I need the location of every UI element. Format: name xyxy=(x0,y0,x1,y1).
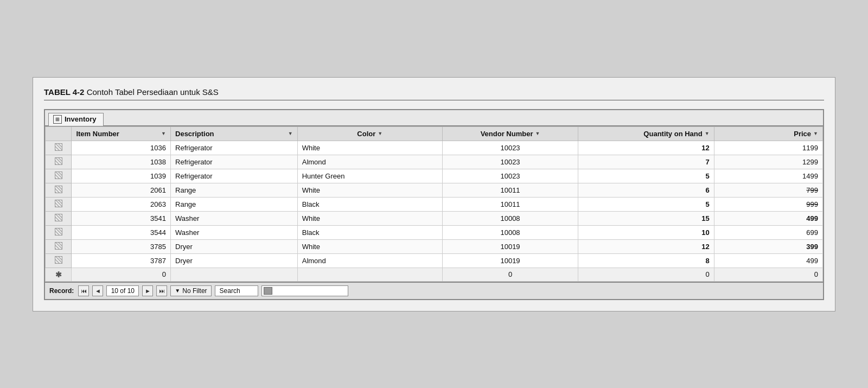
table-container: Item Number ▼ Description ▼ xyxy=(45,126,823,282)
col-vendor-number[interactable]: Vendor Number ▼ xyxy=(442,126,578,141)
row-selector-header xyxy=(46,126,72,141)
price-cell: 799 xyxy=(714,183,822,197)
table-row[interactable]: 2061RangeWhite100116799 xyxy=(46,183,823,197)
item-number-cell: 1039 xyxy=(72,169,171,183)
col-color-arrow[interactable]: ▼ xyxy=(378,131,382,136)
price-cell: 1499 xyxy=(714,169,822,183)
description-cell: Refrigerator xyxy=(171,141,298,155)
qty-cell: 12 xyxy=(578,239,714,253)
table-row[interactable]: 3544WasherBlack1000810699 xyxy=(46,225,823,239)
col-qty-label: Quantity on Hand xyxy=(643,130,702,138)
tab-label: Inventory xyxy=(65,115,97,123)
row-selector-cell xyxy=(46,169,72,183)
qty-cell: 7 xyxy=(578,155,714,169)
description-cell: Washer xyxy=(171,225,298,239)
new-qty-cell[interactable]: 0 xyxy=(578,268,714,281)
price-cell: 399 xyxy=(714,239,822,253)
col-color[interactable]: Color ▼ xyxy=(297,126,442,141)
table-row[interactable]: 3787DryerAlmond100198499 xyxy=(46,253,823,268)
item-number-cell: 3541 xyxy=(72,211,171,225)
tabel-label: TABEL 4-2 xyxy=(44,87,84,97)
qty-cell: 12 xyxy=(578,141,714,155)
nav-next-btn[interactable]: ► xyxy=(142,285,153,296)
new-color-cell[interactable] xyxy=(297,268,442,281)
row-selector-cell xyxy=(46,183,72,197)
row-selector-cell xyxy=(46,253,72,268)
new-vendor-cell[interactable]: 0 xyxy=(442,268,578,281)
color-cell: Almond xyxy=(297,253,442,268)
qty-cell: 10 xyxy=(578,225,714,239)
col-description[interactable]: Description ▼ xyxy=(171,126,298,141)
table-row[interactable]: 2063RangeBlack100115999 xyxy=(46,197,823,211)
inventory-tab[interactable]: ⊞ Inventory xyxy=(48,113,104,126)
color-cell: Almond xyxy=(297,155,442,169)
scroll-thumb[interactable] xyxy=(264,287,272,295)
color-cell: White xyxy=(297,211,442,225)
table-row[interactable]: 3541WasherWhite1000815499 xyxy=(46,211,823,225)
col-vendor-arrow[interactable]: ▼ xyxy=(535,131,540,136)
no-filter-btn[interactable]: ▼ No Filter xyxy=(170,285,211,296)
color-cell: White xyxy=(297,239,442,253)
table-icon: ⊞ xyxy=(53,115,62,124)
table-row[interactable]: 1036RefrigeratorWhite10023121199 xyxy=(46,141,823,155)
qty-cell: 6 xyxy=(578,183,714,197)
row-selector-cell xyxy=(46,197,72,211)
price-cell: 999 xyxy=(714,197,822,211)
qty-cell: 5 xyxy=(578,197,714,211)
description-cell: Range xyxy=(171,183,298,197)
nav-last-btn[interactable]: ⏭ xyxy=(156,285,167,296)
table-row[interactable]: 1038RefrigeratorAlmond1002371299 xyxy=(46,155,823,169)
price-cell: 1299 xyxy=(714,155,822,169)
description-cell: Washer xyxy=(171,211,298,225)
col-price[interactable]: Price ▼ xyxy=(714,126,822,141)
color-cell: Black xyxy=(297,225,442,239)
item-number-cell: 2063 xyxy=(72,197,171,211)
vendor-cell: 10019 xyxy=(442,239,578,253)
description-cell: Dryer xyxy=(171,253,298,268)
vendor-cell: 10008 xyxy=(442,225,578,239)
filter-icon: ▼ xyxy=(175,288,180,294)
col-qty-on-hand[interactable]: Quantity on Hand ▼ xyxy=(578,126,714,141)
vendor-cell: 10023 xyxy=(442,169,578,183)
price-cell: 1199 xyxy=(714,141,822,155)
page-wrapper: TABEL 4-2 Contoh Tabel Persediaan untuk … xyxy=(33,77,835,311)
new-record-row[interactable]: ✱0000 xyxy=(46,268,823,281)
access-window: ⊞ Inventory Item Number ▼ xyxy=(44,109,824,300)
new-price-cell[interactable]: 0 xyxy=(714,268,822,281)
new-item-cell[interactable]: 0 xyxy=(72,268,171,281)
qty-cell: 5 xyxy=(578,169,714,183)
vendor-cell: 10019 xyxy=(442,253,578,268)
item-number-cell: 1036 xyxy=(72,141,171,155)
col-item-number-label: Item Number xyxy=(76,130,119,138)
col-price-arrow[interactable]: ▼ xyxy=(813,131,818,136)
nav-first-btn[interactable]: ⏮ xyxy=(78,285,89,296)
price-cell: 699 xyxy=(714,225,822,239)
vendor-cell: 10023 xyxy=(442,141,578,155)
col-item-number[interactable]: Item Number ▼ xyxy=(72,126,171,141)
col-vendor-label: Vendor Number xyxy=(481,130,533,138)
new-desc-cell[interactable] xyxy=(171,268,298,281)
search-input[interactable]: Search xyxy=(215,285,258,296)
row-selector-cell xyxy=(46,225,72,239)
col-item-number-arrow[interactable]: ▼ xyxy=(161,131,166,136)
description-cell: Refrigerator xyxy=(171,155,298,169)
description-cell: Refrigerator xyxy=(171,169,298,183)
nav-record-info: 10 of 10 xyxy=(106,285,139,296)
record-nav-label: Record: xyxy=(49,287,74,295)
row-selector-cell xyxy=(46,141,72,155)
description-cell: Range xyxy=(171,197,298,211)
row-selector-cell xyxy=(46,211,72,225)
table-row[interactable]: 1039RefrigeratorHunter Green1002351499 xyxy=(46,169,823,183)
item-number-cell: 2061 xyxy=(72,183,171,197)
qty-cell: 15 xyxy=(578,211,714,225)
vendor-cell: 10008 xyxy=(442,211,578,225)
vendor-cell: 10011 xyxy=(442,197,578,211)
nav-bar: Record: ⏮ ◄ 10 of 10 ► ⏭ ▼ No Filter Sea… xyxy=(45,282,823,299)
col-qty-arrow[interactable]: ▼ xyxy=(705,131,710,136)
col-price-label: Price xyxy=(794,130,811,138)
item-number-cell: 3785 xyxy=(72,239,171,253)
table-row[interactable]: 3785DryerWhite1001912399 xyxy=(46,239,823,253)
col-description-arrow[interactable]: ▼ xyxy=(288,131,293,136)
horizontal-scrollbar[interactable] xyxy=(261,285,348,296)
nav-prev-btn[interactable]: ◄ xyxy=(92,285,103,296)
